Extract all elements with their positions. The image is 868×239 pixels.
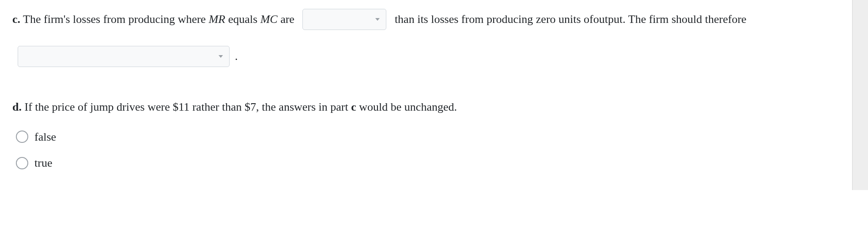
radio-circle-icon — [16, 157, 28, 169]
text-segment: The firm's losses from producing where — [20, 10, 209, 29]
mc-term: MC — [260, 10, 278, 29]
text-segment: are — [278, 10, 298, 29]
question-c: c. The firm's losses from producing wher… — [12, 9, 840, 67]
question-d: d. If the price of jump drives were $11 … — [12, 98, 840, 172]
mr-term: MR — [209, 10, 226, 29]
part-label-c: c. — [12, 10, 20, 29]
dropdown-decision[interactable] — [18, 46, 230, 67]
text-segment: would be unchanged. — [356, 98, 457, 116]
question-d-text: d. If the price of jump drives were $11 … — [12, 98, 840, 116]
text-segment: . — [235, 47, 238, 66]
question-content: c. The firm's losses from producing wher… — [0, 0, 852, 190]
c-reference: c — [351, 98, 356, 116]
question-c-text: c. The firm's losses from producing wher… — [12, 9, 840, 67]
text-segment: output. The firm should therefore — [593, 10, 749, 29]
part-label-d: d. — [12, 98, 22, 116]
radio-options: false true — [12, 128, 840, 172]
radio-option-false[interactable]: false — [16, 128, 840, 146]
text-segment: than its losses from producing zero unit… — [392, 10, 593, 29]
dropdown-comparison[interactable] — [302, 9, 386, 30]
text-segment: equals — [225, 10, 260, 29]
radio-label-false: false — [34, 128, 56, 146]
caret-down-icon — [375, 18, 380, 21]
side-strip — [852, 0, 868, 190]
radio-circle-icon — [16, 131, 28, 143]
caret-down-icon — [219, 55, 223, 58]
text-segment: If the price of jump drives were $11 rat… — [22, 98, 351, 116]
radio-label-true: true — [34, 154, 52, 172]
radio-option-true[interactable]: true — [16, 154, 840, 172]
